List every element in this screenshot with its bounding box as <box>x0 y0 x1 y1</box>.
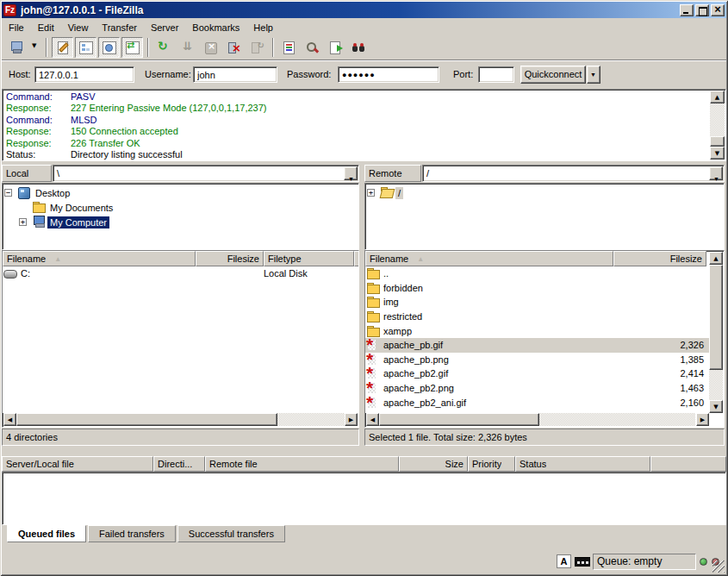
column-header-filetype[interactable]: Filetype <box>264 251 354 266</box>
file-row[interactable]: .. <box>365 266 709 281</box>
column-header-size[interactable]: Size <box>399 456 468 472</box>
scrollbar-thumb[interactable] <box>379 413 539 426</box>
column-header-filename[interactable]: Filename▲ <box>3 251 196 266</box>
password-input[interactable] <box>338 66 439 83</box>
title-bar[interactable]: Fz john@127.0.0.1 - FileZilla <box>2 2 726 18</box>
host-input[interactable] <box>34 66 134 83</box>
remote-file-list: ..forbiddenimgrestrictedxamppapache_pb.g… <box>365 266 709 413</box>
toggle-remote-tree-button[interactable] <box>98 37 120 58</box>
scroll-right-button[interactable]: ▶ <box>696 413 709 426</box>
folder-icon <box>366 267 382 279</box>
tab-successful-transfers[interactable]: Successful transfers <box>177 525 285 542</box>
file-row[interactable]: C:Local Disk <box>3 266 358 281</box>
maximize-button[interactable] <box>695 4 709 16</box>
dropdown-arrow-icon <box>29 41 41 54</box>
column-header-directi[interactable]: Directi... <box>153 456 205 472</box>
tree-item[interactable]: / <box>365 185 724 200</box>
scroll-left-button[interactable]: ◀ <box>3 413 16 426</box>
scroll-down-button[interactable]: ▼ <box>709 400 723 413</box>
column-header-l[interactable]: L <box>354 251 358 266</box>
file-row[interactable]: apache_pb2_ani.gif2,160 <box>365 395 709 410</box>
port-input[interactable] <box>478 66 514 83</box>
filter-button[interactable] <box>278 37 300 58</box>
file-row[interactable]: xampp <box>365 323 709 338</box>
file-row[interactable]: restricted <box>365 310 709 324</box>
menu-help[interactable]: Help <box>246 21 280 34</box>
file-row[interactable]: apache_pb2.gif2,414 <box>365 366 709 381</box>
toggle-message-log-button[interactable] <box>52 37 73 58</box>
directory-comparison-button[interactable] <box>302 37 323 58</box>
username-input[interactable] <box>193 66 277 83</box>
tree-expander-minus-icon[interactable] <box>4 189 12 197</box>
find-files-button[interactable] <box>348 37 370 58</box>
menu-edit[interactable]: Edit <box>31 21 61 34</box>
scrollbar-thumb[interactable] <box>16 413 277 426</box>
menu-file[interactable]: File <box>2 21 31 34</box>
menu-transfer[interactable]: Transfer <box>95 21 144 34</box>
scroll-up-button[interactable]: ▲ <box>710 91 725 103</box>
folder-icon <box>366 296 382 308</box>
port-label: Port: <box>453 69 473 79</box>
username-label: Username: <box>145 69 191 79</box>
tab-failed-transfers[interactable]: Failed transfers <box>88 525 176 542</box>
local-file-list-pane: Filename▲FilesizeFiletypeL C:Local Disk … <box>2 250 359 428</box>
tree-expander-plus-icon[interactable] <box>19 218 27 226</box>
remote-tree-pane: / <box>364 183 725 250</box>
file-row[interactable]: apache_pb2.png1,463 <box>365 381 709 396</box>
toggle-transfer-queue-button[interactable] <box>121 37 143 58</box>
scroll-up-button[interactable]: ▲ <box>709 252 723 265</box>
file-name: img <box>382 297 623 307</box>
file-row[interactable]: apache_pb.gif2,326 <box>365 338 709 353</box>
column-header-filesize[interactable]: Filesize <box>196 251 264 266</box>
log-line-label: Response: <box>4 138 71 149</box>
tree-item[interactable]: My Computer <box>3 215 358 229</box>
column-header-server-local-file[interactable]: Server/Local file <box>2 456 153 472</box>
column-header-priority[interactable]: Priority <box>468 456 515 472</box>
scroll-down-button[interactable]: ▼ <box>710 147 725 160</box>
cancel-icon <box>203 41 218 54</box>
menu-server[interactable]: Server <box>144 21 185 34</box>
toggle-local-tree-button[interactable] <box>75 37 96 58</box>
minimize-button[interactable] <box>680 4 694 16</box>
column-header-item[interactable] <box>650 456 726 472</box>
tree-expander-plus-icon[interactable] <box>367 189 375 197</box>
scrollbar-thumb[interactable] <box>710 136 725 147</box>
remote-site-combo[interactable]: / <box>422 165 725 182</box>
scrollbar-thumb[interactable] <box>709 265 723 370</box>
disconnect-button[interactable] <box>223 37 245 58</box>
column-header-remote-file[interactable]: Remote file <box>205 456 399 472</box>
scroll-right-button[interactable]: ▶ <box>345 413 358 426</box>
combo-dropdown-button[interactable] <box>709 166 723 180</box>
resize-grip[interactable] <box>712 560 725 573</box>
sort-ascending-icon: ▲ <box>54 255 61 263</box>
site-manager-button[interactable] <box>6 37 28 58</box>
menu-bar: FileEditViewTransferServerBookmarksHelp <box>2 19 726 35</box>
queue-body <box>2 472 726 525</box>
menu-view[interactable]: View <box>61 21 96 34</box>
local-site-combo[interactable]: \ <box>53 165 359 182</box>
combo-dropdown-button[interactable] <box>344 166 358 180</box>
image-icon <box>366 397 382 409</box>
tree-item[interactable]: Desktop <box>3 185 358 200</box>
quickconnect-button[interactable]: Quickconnect <box>520 66 586 84</box>
file-row[interactable]: forbidden <box>365 281 709 296</box>
column-header-status[interactable]: Status <box>515 456 650 472</box>
column-header-filesize[interactable]: Filesize <box>613 251 706 266</box>
file-row[interactable]: img <box>365 295 709 310</box>
scroll-left-button[interactable]: ◀ <box>366 413 379 426</box>
column-header-filename[interactable]: Filename▲ <box>365 251 613 266</box>
site-manager-dropdown[interactable] <box>29 37 41 58</box>
file-row[interactable]: apache_pb.png1,385 <box>365 353 709 367</box>
tab-queued-files[interactable]: Queued files <box>7 525 86 542</box>
transfer-queue-icon <box>125 41 140 54</box>
close-button[interactable] <box>711 4 725 16</box>
refresh-button[interactable] <box>153 37 175 58</box>
quickconnect-dropdown[interactable] <box>587 66 600 84</box>
local-file-list: C:Local Disk <box>3 266 358 413</box>
menu-bookmarks[interactable]: Bookmarks <box>185 21 246 34</box>
tree-item-label: My Documents <box>47 202 115 214</box>
tree-item[interactable]: My Documents <box>3 200 358 215</box>
file-name: apache_pb2_ani.gif <box>382 398 623 408</box>
file-size: 2,414 <box>623 368 709 379</box>
synchronized-browsing-button[interactable] <box>325 37 346 58</box>
